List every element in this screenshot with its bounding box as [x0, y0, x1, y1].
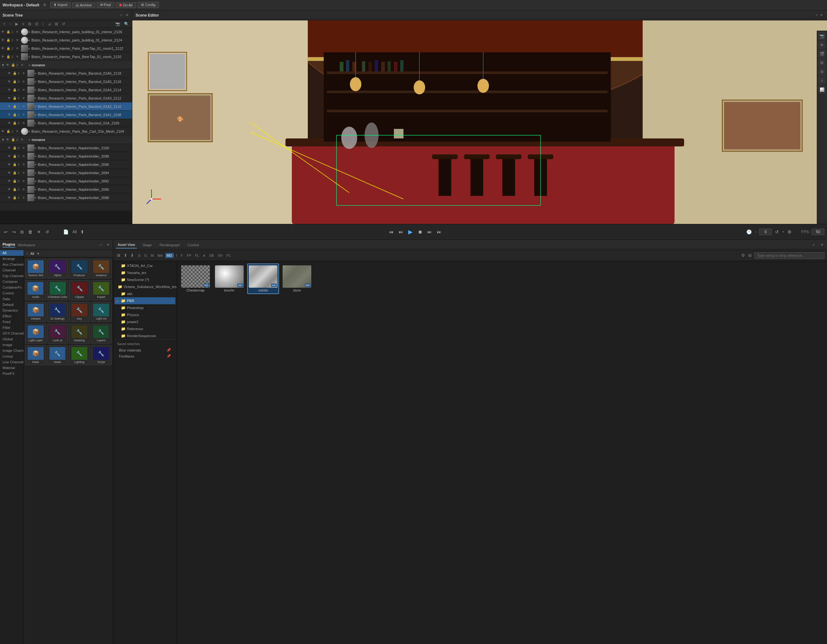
filter-tab[interactable]: M — [149, 253, 155, 258]
saved-search-item[interactable]: Fontfaces📌 — [117, 353, 173, 359]
x-icon[interactable]: ✕ — [22, 146, 27, 150]
plugin-header-item[interactable]: 📦Light Layer — [25, 324, 46, 343]
eye-icon[interactable]: 👁 — [8, 163, 12, 166]
category-item[interactable]: Feed — [0, 319, 23, 325]
tree-item[interactable]: 👁 🔒 Z ✕ + Bistro_Research_Interior_Paris… — [0, 53, 132, 61]
category-item[interactable]: Clip Channels — [0, 273, 23, 279]
viewport[interactable]: 🎨 — [133, 20, 827, 224]
control-tab[interactable]: Control — [186, 242, 201, 248]
filter-tab[interactable]: FL — [193, 253, 201, 258]
category-item[interactable]: Channel — [0, 267, 23, 273]
vp-tool-scene[interactable]: 🎬 — [818, 50, 826, 58]
tree-item[interactable]: 👁 🔒 Z ✕ + Bistro_Research_Interior_Paris… — [0, 127, 132, 136]
tl-icon3[interactable]: ✕ — [36, 229, 42, 235]
x-icon[interactable]: ✕ — [22, 72, 27, 75]
x-icon[interactable]: ✕ — [22, 179, 27, 183]
workspace-tab[interactable]: Workspace — [18, 243, 35, 247]
grid-icon2[interactable]: ⊞ — [747, 252, 752, 258]
x-icon[interactable]: ✕ — [22, 154, 27, 158]
redo-btn[interactable]: ↪ — [11, 229, 17, 235]
tl-fps-icon[interactable]: ↺ — [774, 229, 780, 235]
lock-icon[interactable]: 🔒 — [13, 88, 17, 92]
vp-tool-settings[interactable]: ⚙ — [818, 68, 826, 76]
x-icon[interactable]: ✕ — [22, 96, 27, 100]
folder-item[interactable]: 📁Yamaha_tex — [114, 269, 175, 276]
filter-tab[interactable]: A — [201, 253, 207, 258]
x-icon[interactable]: ✕ — [21, 138, 25, 141]
tl-rewind[interactable]: ⏮ — [388, 229, 395, 235]
eye-icon[interactable]: 👁 — [8, 96, 12, 100]
tl-settings-icon[interactable]: ⚙ — [786, 229, 793, 235]
plugins-filter-expand[interactable]: ▼ — [35, 251, 41, 256]
eye-icon[interactable]: 👁 — [8, 113, 12, 117]
x-icon[interactable]: ✕ — [22, 80, 27, 83]
category-item[interactable]: Global — [0, 336, 23, 342]
category-item[interactable]: PixelFX — [0, 371, 23, 376]
tree-icon[interactable]: ⊟ — [34, 21, 39, 27]
category-item[interactable]: Control — [0, 290, 23, 296]
on-air-tab[interactable]: On Air — [116, 2, 136, 8]
folder-item[interactable]: 📁Octane_Substance_Workflow_test — [114, 283, 175, 290]
search-icon2[interactable]: ⬇ — [130, 252, 134, 258]
x-icon[interactable]: ✕ — [16, 38, 20, 42]
server-icon[interactable]: 🖥 — [116, 252, 121, 258]
category-item[interactable]: Image Channels — [0, 348, 23, 353]
lock-icon[interactable]: 🔒 — [13, 96, 17, 100]
category-item[interactable]: Image — [0, 342, 23, 348]
eye-icon[interactable]: 👁 — [8, 121, 12, 125]
plugin-item[interactable]: 🔧Producer — [69, 259, 90, 278]
lock-icon[interactable]: 🔒 — [13, 163, 17, 166]
tree-item[interactable]: 👁 🔒 Z ✕ + Bistro_Research_Interior_Paris… — [0, 69, 132, 78]
x-icon[interactable]: ✕ — [22, 104, 27, 108]
plugin-header-item[interactable]: 📦Audio — [25, 281, 46, 300]
x-icon[interactable]: ✕ — [22, 163, 27, 166]
plugins-expand-icon[interactable]: ⤢ — [98, 242, 103, 247]
tree-item[interactable]: 👁 🔒 Z ✕ + Bistro_Research_Interior_Napki… — [0, 177, 132, 185]
tree-group-item[interactable]: ▼ 👁 🔒 Z ✕ + noname — [0, 61, 132, 69]
lock-icon[interactable]: 🔒 — [13, 171, 17, 175]
plugins-close-icon[interactable]: ✕ — [106, 242, 110, 247]
lock-icon[interactable]: 🔒 — [13, 113, 17, 117]
eye-icon[interactable]: 👁 — [8, 146, 12, 150]
folder-item[interactable]: 📁XTAON_Art_Car — [114, 262, 175, 269]
tree-item[interactable]: 👁 🔒 Z ✕ + Bistro_Research_Interior_Paris… — [0, 102, 132, 111]
lock-icon[interactable]: 🔒 — [13, 104, 17, 108]
plugin-header-item[interactable]: 📦Infotext — [25, 302, 46, 322]
folder-item[interactable]: 📁power2 — [114, 318, 175, 325]
category-item[interactable]: Data — [0, 296, 23, 302]
filter-tab[interactable]: F — [179, 253, 185, 258]
x-icon[interactable]: ✕ — [22, 187, 27, 191]
asset-close-icon[interactable]: ✕ — [820, 242, 824, 247]
category-item[interactable]: Dynamics — [0, 307, 23, 313]
tree-group-item[interactable]: ▼ 👁 🔒 Z ✕ + noname — [0, 136, 132, 144]
category-item[interactable]: All — [0, 250, 23, 256]
columns-icon[interactable]: ⊠ — [54, 21, 59, 27]
add-icon[interactable]: + — [2, 21, 7, 27]
lock-icon[interactable]: 🔒 — [13, 146, 17, 150]
plugin-item[interactable]: 🔧GI Settings — [47, 302, 68, 322]
folder-item[interactable]: ▶📁PBR — [114, 297, 175, 304]
tree-item[interactable]: 👁 🔒 Z ✕ + Bistro_Research_Interior_Napki… — [0, 152, 132, 161]
plugin-item[interactable]: 🔧Alpha — [47, 259, 68, 278]
upload-icon[interactable]: ⬆ — [123, 252, 128, 258]
filter-tab[interactable]: MA — [156, 253, 165, 258]
rendergraph-tab[interactable]: Rendergraph — [158, 242, 182, 248]
category-item[interactable]: Aux Channels — [0, 262, 23, 267]
eye-icon[interactable]: 👁 — [6, 138, 11, 141]
tl-prev[interactable]: ⏭ — [397, 229, 404, 235]
eye-icon[interactable]: 👁 — [1, 30, 6, 33]
eye-icon[interactable]: 👁 — [8, 196, 12, 200]
archive-tab[interactable]: 🗂 Archive — [72, 2, 95, 8]
plugin-item[interactable]: 🔧GTexture-Color — [47, 281, 68, 300]
settings-icon[interactable]: ⚙ — [741, 252, 746, 258]
camera-icon[interactable]: 📷 — [114, 21, 122, 27]
lock-icon[interactable]: 🔒 — [13, 179, 17, 183]
eye-icon[interactable]: 👁 — [1, 129, 6, 133]
plugin-item[interactable]: 🔧Expert — [91, 281, 112, 300]
vp-tool-layers[interactable]: ≡ — [818, 76, 826, 85]
category-item[interactable]: Container — [0, 279, 23, 285]
tl-next[interactable]: ⏭ — [426, 229, 433, 235]
x-icon[interactable]: ✕ — [22, 196, 27, 200]
filter-tab[interactable]: MD — [165, 253, 174, 258]
lock-icon[interactable]: 🔒 — [6, 47, 11, 50]
